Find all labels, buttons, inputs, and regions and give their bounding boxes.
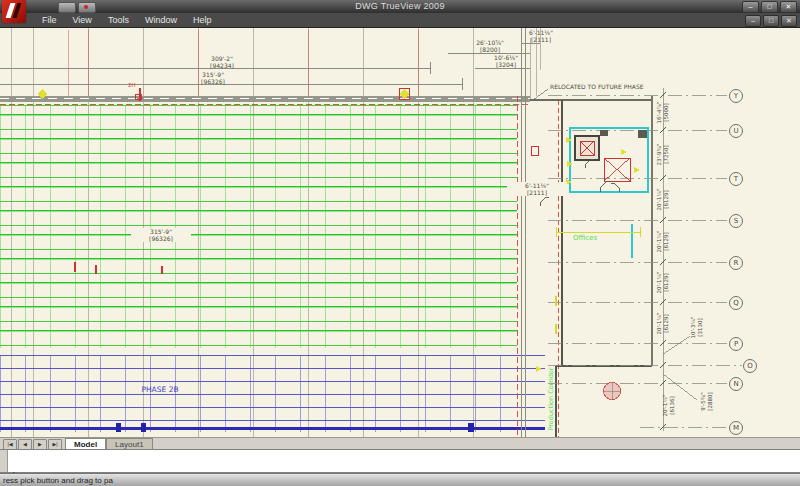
grid-bubble-m: M [729, 421, 743, 435]
grid-bubble-u: U [729, 124, 743, 138]
dim-right-t-s: 20'-1¼" [6129] [656, 178, 671, 222]
menu-view[interactable]: View [65, 13, 100, 28]
dim-right-u-t: 23'-9⅜" [7250] [656, 133, 671, 177]
dim-10-6: 10'-6⅛" [3204] [476, 54, 536, 68]
tab-nav-last-button[interactable]: ▶| [48, 439, 62, 450]
minimize-button[interactable]: – [742, 1, 759, 13]
dim-right-o-n: 9'-5⅜" [2880] [700, 380, 715, 424]
grid-bubble-t: T [729, 172, 743, 186]
tab-nav-prev-button[interactable]: ◀ [18, 439, 32, 450]
title-bar[interactable]: DWG TrueView 2009 – □ ✕ [0, 0, 800, 13]
phase-2b-label: PHASE 2B [120, 385, 200, 394]
dim-right-p-o: 10'-3¼" [3130] [690, 306, 705, 350]
dim-6-11-top: 6'-11⅛" [2111] [511, 29, 571, 43]
mark-2h: 2H [128, 82, 136, 88]
dim-right-n-m: 20'-1½" [6136] [662, 384, 677, 428]
drawing-linework [0, 28, 800, 437]
menu-file[interactable]: File [34, 13, 65, 28]
tab-nav-next-button[interactable]: ▶ [33, 439, 47, 450]
tab-nav-first-button[interactable]: |◀ [3, 439, 17, 450]
doc-restore-button[interactable]: □ [763, 15, 779, 27]
maximize-button[interactable]: □ [761, 1, 778, 13]
dim-right-s-r: 20'-1¼" [6129] [656, 220, 671, 264]
grid-bubble-o: O [743, 359, 757, 373]
command-window-grip[interactable] [0, 450, 8, 472]
menu-tools[interactable]: Tools [100, 13, 137, 28]
close-button[interactable]: ✕ [780, 1, 797, 13]
status-message: ress pick button and drag to pa [3, 476, 113, 485]
command-line-window[interactable]: '_pan Press ESC or ENTER to exit, or rig… [0, 449, 800, 473]
app-logo-icon[interactable] [2, 0, 26, 23]
dim-right-q-p: 20'-1¼" [6129] [656, 302, 671, 346]
dim-309-2: 309'-2" [94234] [192, 55, 252, 69]
doc-close-button[interactable]: ✕ [781, 15, 797, 27]
dim-6-11-corridor: 6'-11⅛" [2111] [507, 182, 567, 196]
grid-bubble-r: R [729, 256, 743, 270]
drawing-canvas[interactable]: 309'-2" [94234] 315'-9" [96326] 315'-9" … [0, 28, 800, 437]
dim-right-r-q: 20'-1¼" [6129] [656, 261, 671, 305]
grid-bubble-p: P [729, 337, 743, 351]
relocated-note: RELOCATED TO FUTURE PHASE [550, 83, 644, 90]
dwg-trueview-window: DWG TrueView 2009 – □ ✕ File View Tools … [0, 0, 800, 486]
status-bar: ress pick button and drag to pa [0, 473, 800, 486]
menu-bar: File View Tools Window Help – □ ✕ [0, 13, 800, 28]
window-title: DWG TrueView 2009 [0, 1, 800, 11]
production-corridor-label: Production Corridor [547, 359, 555, 437]
grid-bubble-q: Q [729, 296, 743, 310]
doc-minimize-button[interactable]: – [745, 15, 761, 27]
dim-right-y-u: 16'-4⅞" [5000] [656, 91, 671, 135]
grid-bubble-s: S [729, 214, 743, 228]
grid-bubble-y: Y [729, 89, 743, 103]
dim-315-9-mid: 315'-9" [96326] [131, 228, 191, 242]
grid-bubble-n: N [729, 377, 743, 391]
menu-window[interactable]: Window [137, 13, 185, 28]
dim-315-9-top: 315'-9" [96326] [183, 71, 243, 85]
offices-label: Offices [565, 234, 605, 242]
menu-help[interactable]: Help [185, 13, 220, 28]
